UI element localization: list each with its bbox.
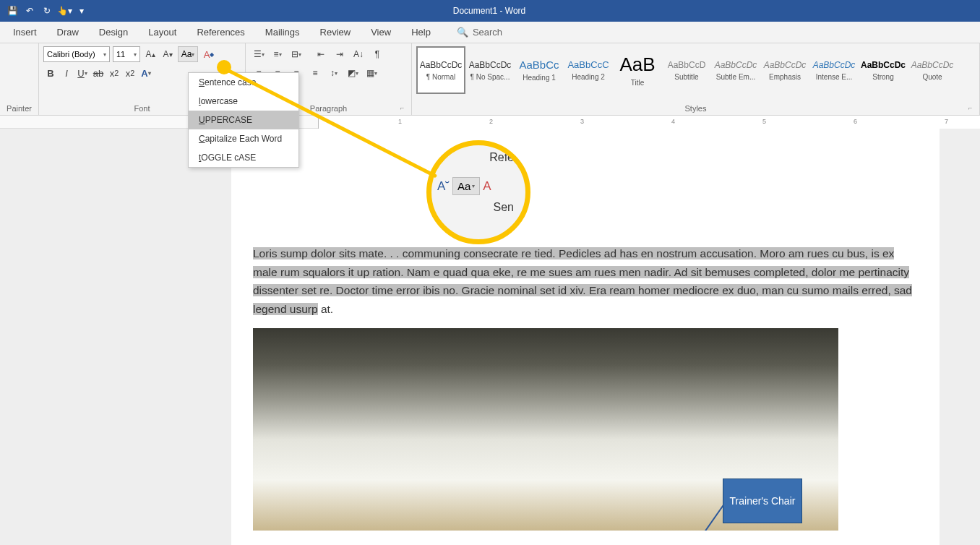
multilevel-button[interactable]: ⊟▾ <box>288 46 305 62</box>
paragraph-launcher-icon[interactable]: ⌐ <box>400 104 409 113</box>
tab-references[interactable]: References <box>194 22 247 42</box>
bold-button[interactable]: B <box>43 65 58 81</box>
ruler[interactable]: 1234567 <box>0 116 980 129</box>
style-subtitle[interactable]: AaBbCcDSubtitle <box>662 46 711 94</box>
style-intense-e-[interactable]: AaBbCcDcIntense E... <box>809 46 859 94</box>
tab-layout[interactable]: Layout <box>145 22 179 42</box>
clear-formatting-button[interactable]: A◆ <box>201 46 217 62</box>
justify-button[interactable]: ≡ <box>306 65 324 81</box>
font-size-select[interactable]: 11▾ <box>113 46 140 62</box>
ruler-tick: 1 <box>398 118 402 125</box>
style--no-spac-[interactable]: AaBbCcDc¶ No Spac... <box>465 46 515 94</box>
save-icon[interactable]: 💾 <box>4 3 20 19</box>
style-heading-2[interactable]: AaBbCcCHeading 2 <box>564 46 613 94</box>
clipboard-launcher-icon[interactable]: ⌐ <box>27 104 36 113</box>
tab-draw[interactable]: Draw <box>54 22 82 42</box>
callout-text: Trainer's Chair <box>730 494 796 507</box>
style--normal[interactable]: AaBbCcDc¶ Normal <box>416 46 465 94</box>
underline-button[interactable]: U▾ <box>75 65 90 81</box>
body-paragraph[interactable]: Loris sump dolor sits mate. . . communin… <box>231 244 940 318</box>
redo-icon[interactable]: ↻ <box>39 3 55 19</box>
ruler-tick: 6 <box>854 118 857 125</box>
ruler-tick: 3 <box>580 118 584 125</box>
callout-box[interactable]: Trainer's Chair <box>723 479 802 523</box>
line-spacing-button[interactable]: ↕▾ <box>325 65 343 81</box>
tab-view[interactable]: View <box>368 22 394 42</box>
bullets-button[interactable]: ☰▾ <box>250 46 267 62</box>
decrease-indent-button[interactable]: ⇤ <box>312 46 330 62</box>
tab-review[interactable]: Review <box>317 22 354 42</box>
styles-launcher-icon[interactable]: ⌐ <box>968 104 977 113</box>
chevron-down-icon: ▾ <box>134 51 137 58</box>
font-name-select[interactable]: Calibri (Body)▾ <box>43 46 110 62</box>
tab-design[interactable]: Design <box>96 22 131 42</box>
callout-pointer <box>217 60 231 74</box>
shrink-font-button[interactable]: A▾ <box>160 46 175 62</box>
window-title: Document1 - Word <box>90 6 889 16</box>
superscript-button[interactable]: x2 <box>123 65 137 81</box>
shading-button[interactable]: ◩▾ <box>344 65 361 81</box>
style-quote[interactable]: AaBbCcDcQuote <box>908 46 957 94</box>
ruler-tick: 2 <box>489 118 493 125</box>
borders-button[interactable]: ▦▾ <box>363 65 380 81</box>
change-case-button[interactable]: Aa▾ <box>178 46 198 62</box>
style-strong[interactable]: AaBbCcDcStrong <box>859 46 908 94</box>
ribbon-tabs: Insert Draw Design Layout References Mai… <box>0 22 980 43</box>
zoom-case-button: Aa ▾ <box>452 177 480 195</box>
text-effects-button[interactable]: A▾ <box>139 65 153 81</box>
grow-font-button[interactable]: A▴ <box>143 46 158 62</box>
style-title[interactable]: AaBTitle <box>613 46 662 94</box>
undo-icon[interactable]: ↶ <box>22 3 38 19</box>
strikethrough-button[interactable]: ab <box>91 65 106 81</box>
ruler-tick: 5 <box>762 118 766 125</box>
clear-format-icon: A <box>483 179 491 194</box>
increase-indent-button[interactable]: ⇥ <box>331 46 348 62</box>
search-placeholder: Search <box>473 27 502 38</box>
quick-access-toolbar: 💾 ↶ ↻ 👆▾ ▾ <box>4 3 90 19</box>
zoom-label-sen: Sen <box>431 195 525 214</box>
style-subtle-em-[interactable]: AaBbCcDcSubtle Em... <box>711 46 760 94</box>
clipboard-group: Painter ⌐ <box>0 43 39 115</box>
menu-uppercase[interactable]: UPPERCASE <box>189 111 298 129</box>
sort-button[interactable]: A↓ <box>350 46 367 62</box>
page: Loris sump dolor sits mate. . . communin… <box>231 129 940 545</box>
style-emphasis[interactable]: AaBbCcDcEmphasis <box>760 46 809 94</box>
menu-lowercase[interactable]: lowercase <box>189 92 298 111</box>
menu-capitalize-each[interactable]: Capitalize Each Word <box>189 129 298 148</box>
shrink-font-icon: A˘ <box>437 179 450 194</box>
show-marks-button[interactable]: ¶ <box>369 46 386 62</box>
chevron-down-icon: ▾ <box>103 51 106 58</box>
ruler-tick: 4 <box>671 118 675 125</box>
style-heading-1[interactable]: AaBbCcHeading 1 <box>515 46 564 94</box>
ruler-tick: 7 <box>945 118 948 125</box>
numbering-button[interactable]: ≡▾ <box>269 46 286 62</box>
search-box[interactable]: 🔍 Search <box>457 27 502 38</box>
search-icon: 🔍 <box>457 27 468 38</box>
document-image[interactable]: Trainer's Chair <box>253 328 838 531</box>
styles-group: AaBbCcDc¶ NormalAaBbCcDc¶ No Spac...AaBb… <box>412 43 980 115</box>
styles-group-label: Styles <box>416 102 975 115</box>
titlebar: 💾 ↶ ↻ 👆▾ ▾ Document1 - Word <box>0 0 980 22</box>
subscript-button[interactable]: x2 <box>107 65 121 81</box>
tab-help[interactable]: Help <box>408 22 434 42</box>
italic-button[interactable]: I <box>59 65 74 81</box>
ribbon: Painter ⌐ Calibri (Body)▾ 11▾ A▴ A▾ Aa▾ … <box>0 43 980 116</box>
tab-insert[interactable]: Insert <box>10 22 40 42</box>
qat-more-icon[interactable]: ▾ <box>74 3 90 19</box>
touch-mode-icon[interactable]: 👆▾ <box>56 3 72 19</box>
change-case-menu: Sentence case. lowercase UPPERCASE Capit… <box>188 72 299 168</box>
menu-toggle-case[interactable]: tOGGLE cASE <box>189 148 298 167</box>
tab-mailings[interactable]: Mailings <box>262 22 303 42</box>
zoom-callout: Refe A˘ Aa ▾ A Sen <box>426 140 530 244</box>
